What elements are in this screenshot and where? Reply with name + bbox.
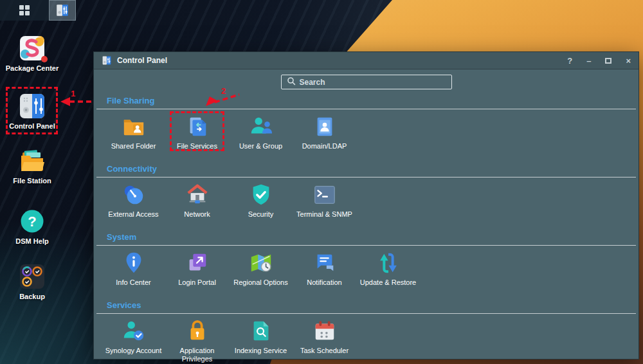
item-label: Task Scheduler bbox=[300, 347, 349, 355]
control-panel-item-update-restore[interactable]: Update & Restore bbox=[356, 250, 420, 287]
domain-ldap-icon bbox=[312, 114, 337, 139]
file-services-icon bbox=[185, 114, 210, 139]
control-panel-icon bbox=[102, 55, 112, 66]
dsm-help-icon: ? bbox=[18, 207, 46, 235]
control-panel-item-domain-ldap[interactable]: Domain/LDAP bbox=[293, 113, 356, 150]
control-panel-item-info-center[interactable]: Info Center bbox=[102, 250, 165, 287]
regional-options-icon bbox=[249, 251, 273, 275]
item-label: Update & Restore bbox=[360, 278, 416, 287]
search-input[interactable]: Search bbox=[281, 75, 452, 89]
desktop-icon-label: Control Panel bbox=[9, 122, 55, 131]
section-title: System bbox=[96, 232, 636, 242]
desktop-icon-label: DSM Help bbox=[15, 237, 48, 246]
item-label: Domain/LDAP bbox=[302, 142, 347, 150]
control-panel-item-indexing-service[interactable]: Indexing Service bbox=[229, 318, 293, 363]
task-scheduler-icon bbox=[312, 319, 337, 343]
desktop-icon-label: Backup bbox=[19, 293, 45, 301]
item-label: External Access bbox=[108, 210, 158, 219]
control-panel-icon bbox=[55, 3, 69, 17]
control-panel-item-security[interactable]: Security bbox=[229, 181, 293, 219]
item-label: Application Privileges bbox=[168, 347, 227, 363]
taskbar-button-main-menu[interactable] bbox=[0, 0, 49, 21]
control-panel-item-regional-options[interactable]: Regional Options bbox=[229, 250, 293, 287]
taskbar-button-control-panel[interactable] bbox=[49, 0, 76, 21]
item-label: Regional Options bbox=[233, 278, 287, 287]
item-label: File Services bbox=[177, 142, 217, 150]
search-placeholder: Search bbox=[300, 78, 325, 87]
shared-folder-icon bbox=[122, 114, 146, 139]
help-icon[interactable]: ? bbox=[567, 57, 572, 65]
item-label: User & Group bbox=[239, 142, 282, 150]
desktop-icon-backup[interactable]: Backup bbox=[3, 262, 62, 301]
control-panel-item-user-group[interactable]: User & Group bbox=[229, 113, 293, 150]
window-titlebar[interactable]: Control Panel ? – × bbox=[94, 52, 638, 69]
item-label: Shared Folder bbox=[111, 142, 156, 150]
search-icon bbox=[287, 77, 296, 88]
user-group-icon bbox=[249, 114, 273, 139]
control-panel-desktop-icon bbox=[18, 92, 46, 120]
minimize-icon[interactable]: – bbox=[586, 57, 591, 65]
item-label: Terminal & SNMP bbox=[296, 210, 352, 219]
desktop-icon-label: File Station bbox=[13, 177, 51, 185]
desktop-icon-package-center[interactable]: Package Center bbox=[3, 34, 62, 73]
item-label: Notification bbox=[307, 278, 341, 287]
info-center-icon bbox=[122, 251, 146, 275]
section-title: File Sharing bbox=[96, 96, 636, 106]
item-label: Indexing Service bbox=[235, 347, 287, 355]
security-icon bbox=[249, 183, 273, 207]
network-icon bbox=[185, 183, 210, 207]
application-privileges-icon bbox=[185, 319, 210, 343]
notification-badge bbox=[41, 56, 48, 62]
desktop-icon-dsm-help[interactable]: ?DSM Help bbox=[3, 207, 62, 246]
control-panel-item-application-privileges[interactable]: Application Privileges bbox=[165, 318, 229, 363]
update-restore-icon bbox=[376, 251, 401, 275]
external-access-icon bbox=[122, 183, 146, 207]
close-icon[interactable]: × bbox=[626, 57, 631, 65]
section-file-sharing: File SharingShared FolderFile ServicesUs… bbox=[96, 96, 636, 150]
item-label: Network bbox=[184, 210, 210, 219]
backup-icon bbox=[18, 262, 46, 291]
package-center-icon bbox=[18, 34, 46, 62]
desktop-icon-control-panel[interactable]: Control Panel bbox=[3, 92, 62, 131]
control-panel-item-login-portal[interactable]: Login Portal bbox=[165, 250, 229, 287]
control-panel-item-network[interactable]: Network bbox=[165, 181, 229, 219]
section-title: Connectivity bbox=[96, 164, 636, 174]
indexing-service-icon bbox=[249, 319, 273, 343]
search-area: Search bbox=[94, 69, 638, 94]
maximize-icon[interactable] bbox=[605, 58, 611, 64]
control-panel-item-file-services[interactable]: File Services bbox=[165, 113, 229, 150]
synology-account-icon bbox=[122, 319, 146, 343]
desktop-icon-label: Package Center bbox=[6, 64, 59, 73]
control-panel-item-task-scheduler[interactable]: Task Scheduler bbox=[293, 318, 356, 363]
notification-icon bbox=[312, 251, 337, 275]
control-panel-item-shared-folder[interactable]: Shared Folder bbox=[102, 113, 165, 150]
control-panel-item-notification[interactable]: Notification bbox=[293, 250, 356, 287]
window-title: Control Panel bbox=[117, 56, 567, 65]
item-label: Security bbox=[248, 210, 274, 219]
control-panel-item-external-access[interactable]: External Access bbox=[102, 181, 165, 219]
control-panel-item-terminal-snmp[interactable]: Terminal & SNMP bbox=[293, 181, 356, 219]
section-title: Services bbox=[96, 300, 636, 311]
svg-text:?: ? bbox=[28, 214, 36, 230]
desktop-icon-file-station[interactable]: File Station bbox=[3, 147, 62, 185]
terminal-snmp-icon bbox=[312, 183, 337, 207]
control-panel-item-synology-account[interactable]: Synology Account bbox=[102, 318, 165, 363]
taskbar bbox=[0, 0, 77, 21]
control-panel-window: Control Panel ? – × Search File SharingS… bbox=[93, 51, 639, 359]
item-label: Synology Account bbox=[105, 347, 161, 355]
section-connectivity: ConnectivityExternal AccessNetworkSecuri… bbox=[96, 164, 636, 219]
section-services: ServicesSynology AccountApplication Priv… bbox=[96, 300, 636, 363]
main-menu-grid-icon bbox=[17, 3, 32, 17]
dsm-desktop: Package CenterControl PanelFile Station?… bbox=[0, 0, 643, 364]
item-label: Info Center bbox=[116, 278, 150, 287]
login-portal-icon bbox=[185, 251, 210, 275]
section-system: SystemInfo CenterLogin PortalRegional Op… bbox=[96, 232, 636, 287]
item-label: Login Portal bbox=[178, 278, 216, 287]
file-station-icon bbox=[18, 147, 46, 175]
